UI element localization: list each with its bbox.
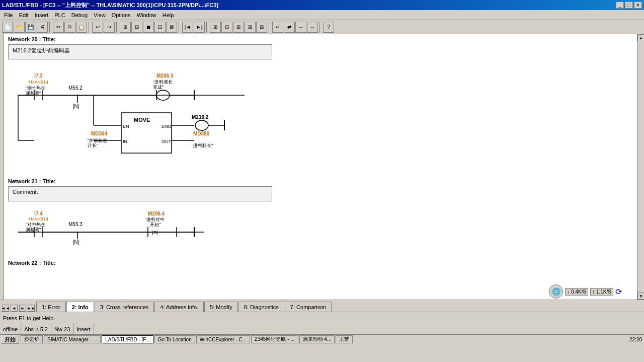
- m206-3-label: M206.3: [156, 73, 174, 79]
- network-20-ladder: I7.3 +MA=B14 "测长热金 属检测" M55.2 {N}: [13, 62, 633, 173]
- tb-btn-9[interactable]: ⊡: [221, 22, 232, 33]
- menu-file[interactable]: File: [1, 11, 16, 19]
- close-button[interactable]: ✕: [634, 2, 642, 9]
- tb-btn-15[interactable]: ↔: [295, 22, 306, 33]
- tb-btn-8[interactable]: ⊞: [210, 22, 221, 33]
- tb-btn-13[interactable]: ↵: [272, 22, 283, 33]
- m55-3-label: M55.3: [68, 222, 83, 227]
- ma-b14-2-label: +MA=B14: [28, 216, 48, 222]
- tab-7[interactable]: 7: Comparison: [285, 302, 332, 312]
- tb-btn-4[interactable]: ⊡: [154, 22, 166, 33]
- m206-4-t2: 开始": [150, 222, 160, 227]
- taskbar-tray: 22:20: [629, 337, 644, 342]
- label-cemian1: "测长热金: [26, 86, 45, 91]
- taskbar-simatic[interactable]: SIMATIC Manager - ...: [44, 335, 101, 343]
- refresh-icon[interactable]: ⟳: [615, 287, 622, 297]
- tab-4[interactable]: 4: Address info.: [154, 302, 204, 312]
- network-22-block: Network 22 : Title:: [4, 258, 637, 270]
- scroll-track[interactable]: [637, 41, 644, 293]
- tab-next-button[interactable]: ►: [19, 305, 26, 312]
- taskbar-goto[interactable]: Go To Location: [154, 335, 195, 343]
- taskbar-lad[interactable]: LAD/STL/FBD - [F...: [102, 335, 153, 343]
- menu-edit[interactable]: Edit: [16, 11, 32, 19]
- tb-btn-11[interactable]: ⊞: [245, 22, 256, 33]
- tab-prev-button[interactable]: ◄: [11, 305, 18, 312]
- m206-4-label: M206.4: [148, 211, 165, 216]
- eno-label: ENO: [162, 124, 172, 129]
- tab-first-button[interactable]: ◄◄: [2, 305, 9, 312]
- en-label: EN: [123, 124, 129, 129]
- open-button[interactable]: 📂: [14, 22, 25, 33]
- tab-5[interactable]: 5: Modify: [204, 302, 238, 312]
- copy-button[interactable]: ⎘: [64, 22, 75, 33]
- network-20-comment[interactable]: M216.2复位炉前编码器: [8, 44, 272, 59]
- start-button[interactable]: 开始: [1, 335, 19, 344]
- tb-btn-10[interactable]: ⊞: [233, 22, 244, 33]
- new-button[interactable]: 📄: [2, 22, 13, 33]
- network-21-svg: I7.4 +MA=B14 "对中热金 属检测" M55.3 {N}: [13, 204, 214, 252]
- menu-options[interactable]: Options: [109, 11, 134, 19]
- tab-bar: ◄◄ ◄ ► ►► 1: Error 2: Info 3: Cross-refe…: [0, 300, 644, 312]
- scroll-down-button[interactable]: ▼: [637, 293, 644, 300]
- help-button[interactable]: ?: [323, 22, 334, 33]
- menu-view[interactable]: View: [91, 11, 109, 19]
- maximize-button[interactable]: □: [625, 2, 633, 9]
- m206-3-t2: 完成": [153, 85, 164, 90]
- tb-btn-16[interactable]: ↔: [307, 22, 318, 33]
- m206-3-t1: "进料测长: [153, 80, 173, 85]
- in-label: IN: [123, 139, 127, 144]
- redo-button[interactable]: ↪: [104, 22, 115, 33]
- cut-button[interactable]: ✂: [53, 22, 64, 33]
- undo-button[interactable]: ↩: [92, 22, 103, 33]
- taskbar-2345[interactable]: 2345网址导航 - ...: [251, 335, 298, 343]
- toolbar-sep3: [116, 22, 118, 33]
- tb-btn-7[interactable]: ►|: [194, 22, 205, 33]
- tb-btn-5[interactable]: ⊠: [166, 22, 177, 33]
- tab-2[interactable]: 2: Info: [66, 302, 94, 312]
- scroll-up-button[interactable]: ▲: [637, 34, 644, 41]
- md364-label: MD364: [91, 131, 108, 136]
- network-21-comment-text: Comment:: [13, 189, 38, 195]
- paste-button[interactable]: 📋: [76, 22, 87, 33]
- label-duizhong2: 属检测": [26, 227, 41, 232]
- taskbar-wincc[interactable]: WinCCExplorer - C...: [196, 335, 250, 343]
- main-layout: Network 20 : Title: M216.2复位炉前编码器 I7.3 +…: [0, 34, 644, 300]
- window-controls[interactable]: _ □ ✕: [616, 2, 642, 9]
- tab-3[interactable]: 3: Cross-references: [95, 302, 154, 312]
- tb-btn-2[interactable]: ⊟: [131, 22, 142, 33]
- taskbar-tu[interactable]: 涂来动动 4...: [299, 335, 335, 343]
- s-coil-label: {S}: [152, 230, 158, 235]
- network-22-title: Network 22 : Title:: [8, 260, 633, 266]
- md380-label: MD380: [193, 131, 210, 136]
- tab-last-button[interactable]: ►►: [28, 305, 35, 312]
- m216-2-label: M216.2: [192, 114, 209, 120]
- network-20-svg: I7.3 +MA=B14 "测长热金 属检测" M55.2 {N}: [13, 62, 255, 168]
- content-area[interactable]: Network 20 : Title: M216.2复位炉前编码器 I7.3 +…: [4, 34, 637, 300]
- network-21-comment[interactable]: Comment:: [8, 186, 272, 201]
- toolbar-sep1: [49, 22, 51, 33]
- save-button[interactable]: 💾: [25, 22, 36, 33]
- menu-plc[interactable]: PLC: [51, 11, 68, 19]
- tb-btn-6[interactable]: |◄: [182, 22, 193, 33]
- taskbar-wang[interactable]: 王芾: [336, 335, 353, 343]
- menu-insert[interactable]: Insert: [32, 11, 52, 19]
- tb-btn-12[interactable]: ⊞: [256, 22, 267, 33]
- tab-1[interactable]: 1: Error: [36, 302, 66, 312]
- status-insert: Insert: [73, 324, 94, 334]
- menu-help[interactable]: Help: [159, 11, 177, 19]
- minimize-button[interactable]: _: [616, 2, 624, 9]
- network-icon: 🌐: [549, 284, 563, 299]
- tab-6[interactable]: 6: Diagnostics: [238, 302, 284, 312]
- right-scrollbar[interactable]: ▲ ▼: [637, 34, 644, 300]
- n-coil-21-label: {N}: [72, 239, 80, 245]
- download-speed: ↓ 0.4K/S: [565, 288, 588, 296]
- menu-debug[interactable]: Debug: [68, 11, 91, 19]
- status-nw: Nw 23: [51, 324, 73, 334]
- toolbar-sep2: [89, 22, 91, 33]
- tb-btn-14[interactable]: ⇄: [284, 22, 295, 33]
- tb-btn-1[interactable]: ⊞: [120, 22, 131, 33]
- taskbar-bujinlu[interactable]: 步进炉: [21, 335, 43, 343]
- tb-btn-3[interactable]: ◼: [143, 22, 154, 33]
- menu-window[interactable]: Window: [134, 11, 159, 19]
- print-button[interactable]: 🖨: [37, 22, 48, 33]
